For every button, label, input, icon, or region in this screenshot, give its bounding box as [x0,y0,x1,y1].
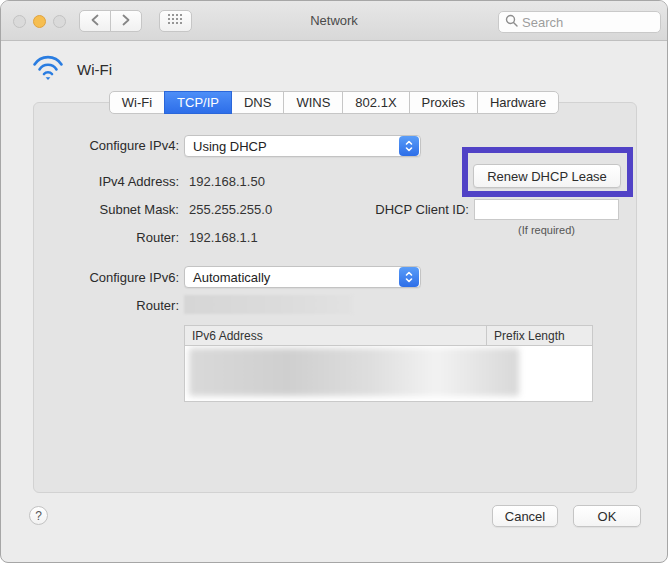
dhcp-client-id-label: DHCP Client ID: [331,202,469,217]
renew-dhcp-lease-button[interactable]: Renew DHCP Lease [473,164,621,188]
ipv6-router-value-redacted [184,295,353,314]
ipv4-router-label: Router: [41,230,179,245]
ipv4-address-label: IPv4 Address: [41,174,179,189]
search-field[interactable] [498,11,661,33]
ipv6-table-header: IPv6 Address Prefix Length [185,326,592,346]
stepper-arrows-icon [399,267,419,287]
dhcp-client-id-hint: (If required) [474,224,619,236]
help-button[interactable]: ? [29,506,48,525]
search-input[interactable] [522,15,654,30]
dhcp-client-id-field[interactable] [474,199,619,220]
configure-ipv4-dropdown[interactable]: Using DHCP [184,135,421,157]
subnet-mask-label: Subnet Mask: [41,202,179,217]
stepper-arrows-icon [399,136,419,156]
titlebar: Network [1,1,667,41]
tab-proxies[interactable]: Proxies [409,91,478,114]
search-icon [505,13,518,31]
prefix-length-column-header[interactable]: Prefix Length [487,326,592,345]
ipv6-table-body[interactable] [185,346,592,401]
tab-wins[interactable]: WINS [283,91,343,114]
configure-ipv6-value: Automatically [185,270,399,285]
tab-hardware[interactable]: Hardware [477,91,559,114]
tab-tcpip[interactable]: TCP/IP [164,91,232,114]
ipv4-router-value: 192.168.1.1 [189,230,258,245]
configure-ipv4-label: Configure IPv4: [41,138,179,153]
tab-bar: Wi-Fi TCP/IP DNS WINS 802.1X Proxies Har… [1,91,667,114]
tab-dns[interactable]: DNS [231,91,284,114]
tab-8021x[interactable]: 802.1X [342,91,409,114]
ipv6-router-label: Router: [41,298,179,313]
configure-ipv4-value: Using DHCP [185,139,399,154]
subnet-mask-value: 255.255.255.0 [189,202,272,217]
ok-button[interactable]: OK [573,505,641,527]
tab-wifi[interactable]: Wi-Fi [109,91,165,114]
ipv6-address-table: IPv6 Address Prefix Length [184,325,593,402]
ipv6-rows-redacted [189,348,519,396]
network-preferences-window: Network Wi-Fi Wi-Fi TCP/IP DNS [0,0,668,563]
wifi-icon [31,53,65,86]
cancel-button[interactable]: Cancel [492,505,558,527]
configure-ipv6-dropdown[interactable]: Automatically [184,266,421,288]
ipv4-address-value: 192.168.1.50 [189,174,265,189]
connection-header: Wi-Fi [31,53,112,86]
configure-ipv6-label: Configure IPv6: [41,270,179,285]
ipv6-address-column-header[interactable]: IPv6 Address [185,326,487,345]
connection-name: Wi-Fi [77,61,112,78]
